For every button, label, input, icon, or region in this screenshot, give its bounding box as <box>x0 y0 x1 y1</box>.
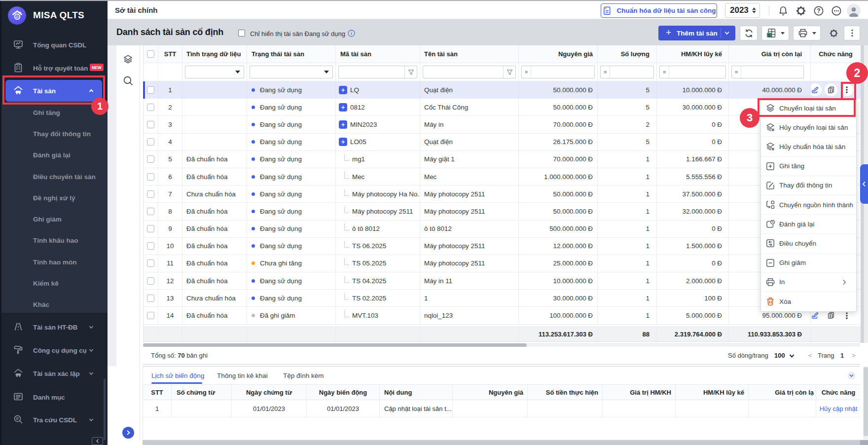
svg-text:i: i <box>351 31 352 36</box>
svg-text:?: ? <box>817 7 820 14</box>
svg-text:x: x <box>768 33 770 37</box>
